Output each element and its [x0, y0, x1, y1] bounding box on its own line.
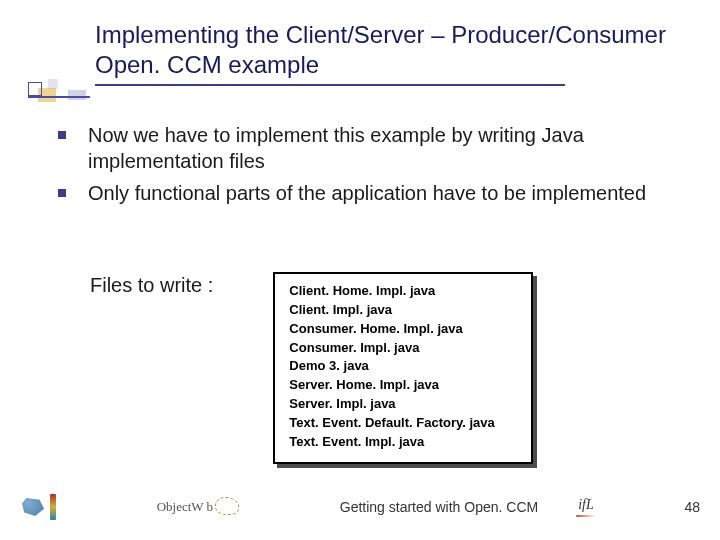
slide-footer: ObjectW b Getting started with Open. CCM…: [20, 492, 700, 522]
list-item: Only functional parts of the application…: [58, 180, 680, 206]
square-bullet-icon: [58, 189, 66, 197]
bullet-text: Only functional parts of the application…: [88, 180, 646, 206]
bullet-list: Now we have to implement this example by…: [58, 122, 680, 212]
files-box: Client. Home. Impl. java Client. Impl. j…: [273, 272, 533, 464]
files-section: Files to write : Client. Home. Impl. jav…: [90, 272, 680, 464]
footer-caption: Getting started with Open. CCM: [340, 499, 538, 515]
ifl-logo: ifL: [578, 497, 594, 517]
title-underline: [95, 84, 565, 86]
file-item: Server. Home. Impl. java: [289, 376, 517, 395]
file-item: Text. Event. Impl. java: [289, 433, 517, 452]
page-number: 48: [684, 499, 700, 515]
file-item: Client. Impl. java: [289, 301, 517, 320]
file-item: Client. Home. Impl. java: [289, 282, 517, 301]
map-logo-icon: [20, 492, 56, 522]
file-item: Server. Impl. java: [289, 395, 517, 414]
slide-title-area: Implementing the Client/Server – Produce…: [95, 20, 690, 86]
file-item: Consumer. Impl. java: [289, 339, 517, 358]
decorative-squares: [28, 82, 90, 106]
file-item: Text. Event. Default. Factory. java: [289, 414, 517, 433]
file-item: Consumer. Home. Impl. java: [289, 320, 517, 339]
slide-title: Implementing the Client/Server – Produce…: [95, 20, 690, 80]
list-item: Now we have to implement this example by…: [58, 122, 680, 174]
files-label: Files to write :: [90, 274, 213, 464]
square-bullet-icon: [58, 131, 66, 139]
file-item: Demo 3. java: [289, 357, 517, 376]
objectweb-logo: ObjectW b: [157, 499, 239, 515]
bullet-text: Now we have to implement this example by…: [88, 122, 680, 174]
